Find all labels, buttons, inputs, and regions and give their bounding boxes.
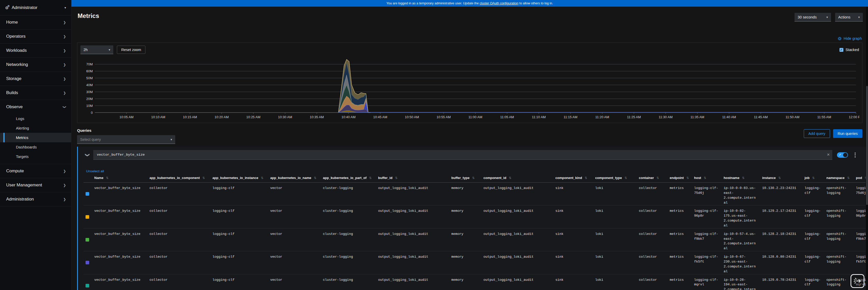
sidebar-item-label: User Management	[6, 183, 42, 188]
scrollbar-thumb[interactable]	[866, 86, 868, 205]
query-expression-input[interactable]	[93, 150, 832, 160]
sidebar-item-logs[interactable]: Logs	[0, 114, 71, 123]
run-queries-button[interactable]: Run queries	[833, 129, 862, 138]
column-label: job	[805, 176, 810, 180]
svg-text:10:50 AM: 10:50 AM	[405, 115, 419, 119]
sidebar-item-user-management[interactable]: User Management❯	[0, 178, 71, 192]
svg-text:11:35 AM: 11:35 AM	[690, 115, 704, 119]
actions-dropdown[interactable]: Actions ▾	[835, 13, 863, 22]
table-cell: 10.129.0.78:24231	[760, 274, 803, 290]
sort-icon: ⇅	[657, 176, 659, 180]
series-color-swatch	[86, 192, 89, 196]
table-cell: metrics	[668, 251, 692, 274]
select-query-dropdown[interactable]: Select query ▾	[77, 135, 175, 144]
column-header-name[interactable]: Name⇅	[92, 174, 148, 183]
svg-text:10:40 AM: 10:40 AM	[341, 115, 355, 119]
page-scrollbar[interactable]	[866, 7, 868, 290]
sidebar-item-label: Builds	[6, 90, 18, 96]
column-header-component_kind[interactable]: component_kind⇅	[553, 174, 593, 183]
reset-zoom-button[interactable]: Reset zoom	[117, 46, 145, 54]
table-cell: output_logging_loki_audit	[482, 274, 553, 290]
column-header-pod[interactable]: pod⇅	[854, 174, 866, 183]
query-kebab-menu[interactable]	[852, 152, 858, 157]
svg-text:10:25 AM: 10:25 AM	[246, 115, 260, 119]
sidebar-item-storage[interactable]: Storage❯	[0, 72, 71, 86]
caret-down-icon: ▾	[108, 48, 110, 51]
column-header-hostname[interactable]: hostname⇅	[721, 174, 760, 183]
caret-down-icon: ▾	[170, 138, 172, 141]
column-header-app_kubernetes_io_component[interactable]: app_kubernetes_io_component⇅	[148, 174, 210, 183]
column-header-endpoint[interactable]: endpoint⇅	[668, 174, 692, 183]
hide-graph-link[interactable]: Hide graph	[838, 36, 862, 40]
column-header-component_id[interactable]: component_id⇅	[482, 174, 553, 183]
add-query-button[interactable]: Add query	[804, 129, 830, 138]
column-header-namespace[interactable]: namespace⇅	[824, 174, 854, 183]
table-cell: output_logging_loki_audit	[376, 205, 449, 228]
column-label: Name	[94, 176, 103, 180]
sidebar-nav: Home❯Operators❯Workloads❯Networking❯Stor…	[0, 15, 71, 207]
clear-expression-icon[interactable]: ×	[827, 152, 830, 158]
column-header-buffer_type[interactable]: buffer_type⇅	[449, 174, 482, 183]
chevron-right-icon: ❯	[63, 91, 66, 95]
sort-icon: ⇅	[812, 176, 815, 180]
column-label: buffer_id	[378, 176, 393, 180]
unselect-all-link[interactable]: Unselect all	[86, 169, 104, 173]
column-header-app_kubernetes_io_instance[interactable]: app_kubernetes_io_instance⇅	[210, 174, 268, 183]
table-cell: logging-clf-75d6j	[854, 183, 866, 205]
column-label: component_type	[595, 176, 622, 180]
query-expand-toggle[interactable]: ❯	[82, 152, 93, 158]
stacked-checkbox[interactable]: ✓	[839, 48, 843, 52]
cluster-oauth-link[interactable]: cluster OAuth configuration	[479, 2, 518, 5]
table-cell: sink	[553, 274, 593, 290]
sidebar-item-observe[interactable]: Observe❯	[0, 100, 71, 114]
column-header-app_kubernetes_io_part_of[interactable]: app_kubernetes_io_part_of⇅	[321, 174, 376, 183]
sidebar-item-builds[interactable]: Builds❯	[0, 86, 71, 100]
sidebar-item-operators[interactable]: Operators❯	[0, 30, 71, 43]
gears-icon: ⚙⚙	[5, 6, 8, 10]
table-cell: logging-clf	[210, 274, 268, 290]
series-color-cell	[84, 183, 92, 205]
column-header-container[interactable]: container⇅	[637, 174, 668, 183]
table-cell: sink	[553, 228, 593, 251]
chevron-right-icon: ❯	[63, 63, 66, 67]
sidebar-item-networking[interactable]: Networking❯	[0, 58, 71, 72]
table-cell: openshift-logging	[824, 251, 854, 274]
query-enabled-toggle[interactable]: ✓	[837, 152, 848, 158]
sidebar-item-targets[interactable]: Targets	[0, 152, 71, 161]
column-label: app_kubernetes_io_name	[270, 176, 311, 180]
table-cell: logging-clf	[803, 228, 824, 251]
sidebar-item-home[interactable]: Home❯	[0, 15, 71, 29]
table-cell: loki	[593, 183, 637, 205]
column-label: pod	[856, 176, 862, 180]
column-header-job[interactable]: job⇅	[803, 174, 824, 183]
column-label: app_kubernetes_io_instance	[212, 176, 258, 180]
sidebar-item-metrics[interactable]: Metrics	[0, 133, 71, 142]
table-cell: logging-clf	[210, 205, 268, 228]
table-cell: metrics	[668, 228, 692, 251]
table-cell: loki	[593, 251, 637, 274]
table-cell: collector	[637, 251, 668, 274]
column-label: namespace	[826, 176, 845, 180]
column-header-buffer_id[interactable]: buffer_id⇅	[376, 174, 449, 183]
column-header-component_type[interactable]: component_type⇅	[593, 174, 637, 183]
refresh-interval-select[interactable]: 30 seconds ▾	[795, 13, 831, 22]
sidebar-item-administration[interactable]: Administration❯	[0, 192, 71, 206]
column-header-app_kubernetes_io_name[interactable]: app_kubernetes_io_name⇅	[268, 174, 321, 183]
table-cell: collector	[637, 183, 668, 205]
sidebar-item-dashboards[interactable]: Dashboards	[0, 142, 71, 152]
svg-text:11:40 AM: 11:40 AM	[722, 115, 736, 119]
timespan-select[interactable]: 2h ▾	[81, 45, 113, 54]
table-cell: cluster-logging	[321, 183, 376, 205]
metrics-chart[interactable]: 010M20M30M40M50M60M70M10:05 AM10:10 AM10…	[80, 56, 860, 121]
perspective-switcher[interactable]: ⚙⚙ Administrator ▾	[0, 0, 71, 15]
sidebar-item-alerting[interactable]: Alerting	[0, 123, 71, 133]
table-cell: output_logging_loki_audit	[376, 228, 449, 251]
table-cell: logging-clf-96p8r	[692, 205, 721, 228]
metrics-graph-panel: 2h ▾ Reset zoom ✓ Stacked 010M20M30M40M5…	[77, 43, 862, 123]
sidebar-item-workloads[interactable]: Workloads❯	[0, 44, 71, 58]
table-cell: ip-10-0-82-175.us-east-2.compute.interna…	[721, 205, 760, 228]
column-header-instance[interactable]: instance⇅	[760, 174, 803, 183]
column-header-host[interactable]: host⇅	[692, 174, 721, 183]
sidebar-item-compute[interactable]: Compute❯	[0, 164, 71, 178]
sort-icon: ⇅	[369, 176, 372, 180]
